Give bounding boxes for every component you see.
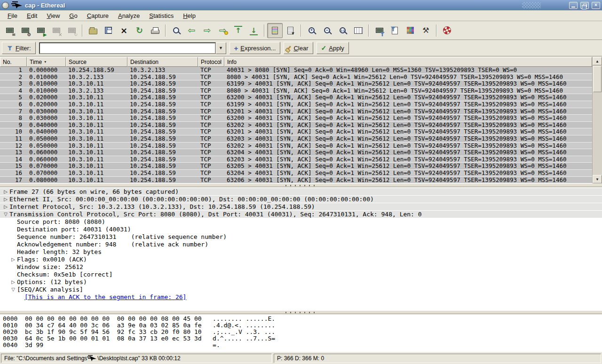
- capture-interfaces-button[interactable]: ≡: [2, 23, 17, 38]
- packet-row[interactable]: 10.00000010.254.188.5910.3.2.133TCP40031…: [0, 67, 592, 74]
- filter-dropdown-button[interactable]: ▼: [216, 42, 226, 54]
- menu-capture[interactable]: Capture: [82, 11, 113, 21]
- coloring-rules-button[interactable]: [403, 23, 418, 38]
- column-header-protocol[interactable]: Protocol: [198, 57, 224, 67]
- apply-button[interactable]: ✓ Apply: [317, 42, 349, 54]
- proto-tree-row[interactable]: Header length: 32 bytes: [0, 248, 602, 256]
- save-button[interactable]: [101, 23, 116, 38]
- auto-scroll-button[interactable]: ▼: [283, 23, 298, 38]
- expander-expanded-icon[interactable]: ▽: [2, 211, 9, 218]
- close-file-button[interactable]: ×: [116, 23, 132, 38]
- go-bottom-button[interactable]: ↓: [246, 23, 261, 38]
- packet-list-scrollbar[interactable]: ▲ ▼: [592, 57, 602, 183]
- proto-tree-row[interactable]: ▷Frame 27 (66 bytes on wire, 66 bytes ca…: [0, 188, 602, 196]
- expander-collapsed-icon[interactable]: ▷: [9, 256, 17, 263]
- capture-start-button[interactable]: ▶: [33, 23, 48, 38]
- resize-columns-button[interactable]: [350, 23, 366, 38]
- expression-button[interactable]: + Expression...: [230, 42, 281, 54]
- packet-row[interactable]: 70.03000010.3.10.1110.254.188.59TCP63201…: [0, 108, 592, 115]
- minimize-button[interactable]: [569, 2, 578, 9]
- column-header-time[interactable]: Time▾: [27, 57, 66, 67]
- print-button[interactable]: [147, 23, 163, 38]
- zoom-in-button[interactable]: +: [304, 23, 319, 38]
- reload-button[interactable]: ↻: [132, 23, 147, 38]
- packet-row[interactable]: 150.07000010.3.10.1110.254.188.59TCP6320…: [0, 163, 592, 170]
- zoom-out-button[interactable]: −: [319, 23, 335, 38]
- proto-tree-row[interactable]: [This is an ACK to the segment in frame:…: [0, 293, 602, 301]
- packet-row[interactable]: 50.02000010.3.10.1110.254.188.59TCP63200…: [0, 94, 592, 101]
- go-top-button[interactable]: ↑: [230, 23, 246, 38]
- packet-row[interactable]: 40.01000010.3.2.13310.254.188.59TCP8080 …: [0, 87, 592, 95]
- proto-tree-row[interactable]: Destination port: 40031 (40031): [0, 226, 602, 233]
- close-button[interactable]: ×: [592, 2, 600, 9]
- filter-input[interactable]: [39, 42, 216, 54]
- open-button[interactable]: [85, 23, 101, 38]
- proto-tree-row[interactable]: Source port: 8080 (8080): [0, 218, 602, 226]
- menu-view[interactable]: View: [42, 11, 64, 21]
- packet-row[interactable]: 80.03000010.3.10.1110.254.188.59TCP63200…: [0, 115, 592, 122]
- expander-collapsed-icon[interactable]: ▷: [2, 203, 9, 211]
- packet-row[interactable]: 130.06000010.3.10.1110.254.188.59TCP6320…: [0, 149, 592, 156]
- colorize-button[interactable]: [267, 23, 283, 38]
- packet-row[interactable]: 110.05000010.3.10.1110.254.188.59TCP6320…: [0, 135, 592, 142]
- packet-row[interactable]: 100.04000010.3.10.1110.254.188.59TCP6320…: [0, 128, 592, 135]
- go-back-button[interactable]: ⇦: [184, 23, 199, 38]
- capture-filter-button[interactable]: [372, 23, 387, 38]
- proto-tree-row[interactable]: ▽[SEQ/ACK analysis]: [0, 286, 602, 293]
- packet-row[interactable]: 20.01000010.3.2.13310.254.188.59TCP8080 …: [0, 74, 592, 81]
- hex-line[interactable]: 0020 bc 3b 1f 90 9c 5f 94 56 92 fc 33 cb…: [3, 329, 599, 335]
- packet-row[interactable]: 30.01000010.3.10.1110.254.188.59TCP63199…: [0, 80, 592, 87]
- column-header-info[interactable]: Info: [224, 57, 592, 67]
- proto-tree-row[interactable]: Sequence number: 2647310131 (relative se…: [0, 233, 602, 241]
- hex-line[interactable]: 0040 3d 99 =.: [3, 342, 599, 348]
- clear-button[interactable]: Clear: [284, 42, 313, 54]
- proto-tree-row[interactable]: ▷Ethernet II, Src: 00:00:00_00:00:00 (00…: [0, 196, 602, 203]
- filter-button[interactable]: Filter:: [2, 42, 36, 54]
- menu-analyze[interactable]: Analyze: [113, 11, 144, 21]
- column-header-no[interactable]: No.: [0, 57, 27, 67]
- go-forward-button[interactable]: ⇨: [199, 23, 215, 38]
- expander-expanded-icon[interactable]: ▽: [9, 286, 17, 293]
- hex-line[interactable]: 0010 00 34 c7 64 40 00 3c 06 a3 9e 0a 03…: [3, 322, 599, 329]
- proto-tree-row[interactable]: ▽Transmission Control Protocol, Src Port…: [0, 211, 602, 218]
- scroll-thumb[interactable]: [593, 66, 602, 92]
- packet-row[interactable]: 140.06000010.3.10.1110.254.188.59TCP6320…: [0, 156, 592, 163]
- restore-button[interactable]: [580, 2, 589, 9]
- packet-row[interactable]: 170.08000010.3.10.1110.254.188.59TCP6320…: [0, 177, 592, 184]
- packet-row[interactable]: 120.05000010.3.10.1110.254.188.59TCP6320…: [0, 142, 592, 150]
- proto-tree-row[interactable]: ▷Internet Protocol, Src: 10.3.2.133 (10.…: [0, 203, 602, 211]
- capture-options-button[interactable]: ⚙: [17, 23, 33, 38]
- proto-tree-row[interactable]: Checksum: 0x5e1b [correct]: [0, 271, 602, 278]
- pane-divider-bottom[interactable]: [0, 310, 602, 314]
- proto-tree-row[interactable]: Acknowledgement number: 948 (relative ac…: [0, 241, 602, 248]
- expander-collapsed-icon[interactable]: ▷: [2, 196, 9, 203]
- column-header-destination[interactable]: Destination: [127, 57, 198, 67]
- proto-tree-row[interactable]: ▷Flags: 0x0010 (ACK): [0, 256, 602, 263]
- menu-edit[interactable]: Edit: [22, 11, 42, 21]
- go-to-packet-button[interactable]: ⇨: [215, 23, 230, 38]
- packet-row[interactable]: 90.04000010.3.10.1110.254.188.59TCP63202…: [0, 122, 592, 129]
- find-button[interactable]: [168, 23, 184, 38]
- menu-go[interactable]: Go: [64, 11, 82, 21]
- expander-collapsed-icon[interactable]: ▷: [9, 278, 17, 286]
- scroll-up-button[interactable]: ▲: [593, 57, 602, 65]
- proto-tree-row[interactable]: Window size: 25612: [0, 263, 602, 271]
- zoom-100-button[interactable]: 1:1: [335, 23, 350, 38]
- column-header-source[interactable]: Source: [66, 57, 127, 67]
- menu-help[interactable]: Help: [178, 11, 200, 21]
- expander-collapsed-icon[interactable]: ▷: [2, 188, 9, 196]
- hex-line[interactable]: 0000 00 00 00 00 00 00 00 00 00 00 00 00…: [3, 316, 599, 322]
- packet-row[interactable]: 60.02000010.3.10.1110.254.188.59TCP63199…: [0, 101, 592, 108]
- menu-file[interactable]: File: [3, 11, 22, 21]
- help-button[interactable]: [439, 23, 455, 38]
- menu-statistics[interactable]: Statistics: [144, 11, 178, 21]
- scroll-down-button[interactable]: ▼: [593, 175, 602, 183]
- display-filter-button[interactable]: [387, 23, 403, 38]
- proto-tree-row[interactable]: ▷Options: (12 bytes): [0, 278, 602, 286]
- pane-divider-top[interactable]: [0, 183, 602, 187]
- preferences-button[interactable]: ⚒: [418, 23, 434, 38]
- details-link[interactable]: [This is an ACK to the segment in frame:…: [24, 293, 186, 301]
- packet-row[interactable]: 160.07000010.3.10.1110.254.188.59TCP6320…: [0, 170, 592, 177]
- hex-line[interactable]: 0030 64 0c 5e 1b 00 00 01 01 08 0a 37 13…: [3, 335, 599, 342]
- app-icon[interactable]: [2, 2, 9, 9]
